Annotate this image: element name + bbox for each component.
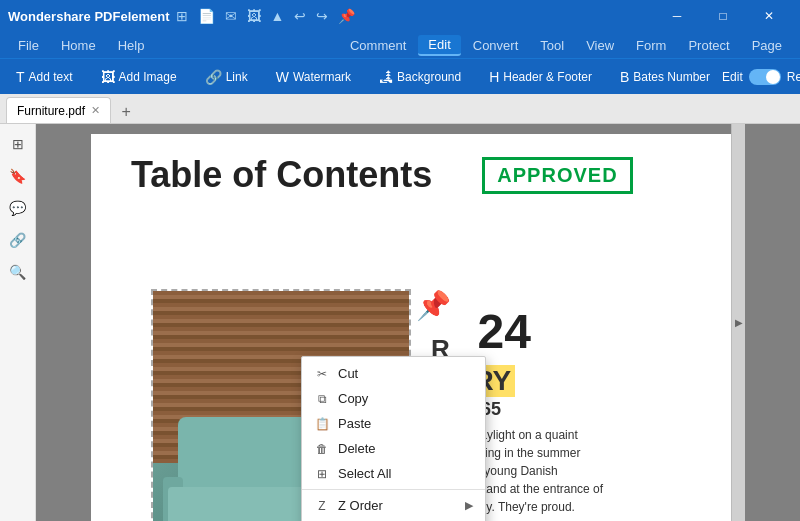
add-image-button[interactable]: 🖼 Add Image	[93, 65, 185, 89]
ctx-select-all[interactable]: ⊞ Select All	[302, 461, 485, 486]
add-text-icon: T	[16, 69, 25, 85]
menu-home[interactable]: Home	[51, 36, 106, 55]
add-image-label: Add Image	[119, 70, 177, 84]
tab-furniture-pdf[interactable]: Furniture.pdf ✕	[6, 97, 111, 123]
menu-page[interactable]: Page	[742, 36, 792, 55]
new-tab-button[interactable]: +	[115, 101, 137, 123]
envelope-icon[interactable]: ✉	[225, 8, 237, 24]
copy-icon: ⧉	[314, 392, 330, 406]
add-text-label: Add text	[29, 70, 73, 84]
header-footer-icon: H	[489, 69, 499, 85]
title-bar-left: Wondershare PDFelement ⊞ 📄 ✉ 🖼 ▲ ↩ ↪ 📌	[8, 8, 355, 24]
menu-tool[interactable]: Tool	[530, 36, 574, 55]
toolbar-right: Edit Read ?	[722, 64, 800, 90]
ctx-z-order-label: Z Order	[338, 498, 457, 513]
title-bar: Wondershare PDFelement ⊞ 📄 ✉ 🖼 ▲ ↩ ↪ 📌 ─…	[0, 0, 800, 32]
pushpin-icon: 📌	[416, 289, 451, 322]
minimize-button[interactable]: ─	[654, 0, 700, 32]
file-icon[interactable]: 📄	[198, 8, 215, 24]
paste-icon: 📋	[314, 417, 330, 431]
ctx-paste[interactable]: 📋 Paste	[302, 411, 485, 436]
approved-stamp: APPROVED	[482, 157, 632, 194]
z-order-icon: Z	[314, 499, 330, 513]
pin-icon[interactable]: 📌	[338, 8, 355, 24]
sidebar-comments-icon[interactable]: 💬	[6, 196, 30, 220]
left-sidebar: ⊞ 🔖 💬 🔗 🔍	[0, 124, 36, 521]
menu-bar: File Home Help Comment Edit Convert Tool…	[0, 32, 800, 58]
menu-comment[interactable]: Comment	[340, 36, 416, 55]
bates-number-icon: B	[620, 69, 629, 85]
sidebar-attachments-icon[interactable]: 🔗	[6, 228, 30, 252]
background-icon: 🏞	[379, 69, 393, 85]
ctx-paste-label: Paste	[338, 416, 473, 431]
z-order-arrow-icon: ▶	[465, 499, 473, 512]
cut-icon: ✂	[314, 367, 330, 381]
delete-icon: 🗑	[314, 442, 330, 456]
context-menu: ✂ Cut ⧉ Copy 📋 Paste 🗑 Delete ⊞ Sele	[301, 356, 486, 521]
header-footer-label: Header & Footer	[503, 70, 592, 84]
window-controls: ─ □ ✕	[654, 0, 792, 32]
sidebar-bookmarks-icon[interactable]: 🔖	[6, 164, 30, 188]
menu-form[interactable]: Form	[626, 36, 676, 55]
toggle-knob	[766, 70, 780, 84]
menu-edit[interactable]: Edit	[418, 35, 460, 56]
title-bar-icons: ⊞ 📄 ✉ 🖼 ▲ ↩ ↪ 📌	[176, 8, 356, 24]
watermark-label: Watermark	[293, 70, 351, 84]
grid-icon[interactable]: ⊞	[176, 8, 188, 24]
upload-icon[interactable]: ▲	[271, 8, 285, 24]
app-logo: Wondershare PDFelement	[8, 9, 170, 24]
read-label: Read	[787, 70, 800, 84]
menu-file[interactable]: File	[8, 36, 49, 55]
sidebar-pages-icon[interactable]: ⊞	[6, 132, 30, 156]
menu-protect[interactable]: Protect	[678, 36, 739, 55]
link-label: Link	[226, 70, 248, 84]
tab-bar: Furniture.pdf ✕ +	[0, 94, 800, 124]
redo-icon[interactable]: ↪	[316, 8, 328, 24]
right-panel-collapse-button[interactable]: ▶	[731, 124, 745, 521]
toolbar: T Add text 🖼 Add Image 🔗 Link W Watermar…	[0, 58, 800, 94]
link-icon: 🔗	[205, 69, 222, 85]
ctx-separator-1	[302, 489, 485, 490]
image-icon[interactable]: 🖼	[247, 8, 261, 24]
background-label: Background	[397, 70, 461, 84]
add-image-icon: 🖼	[101, 69, 115, 85]
main-area: ⊞ 🔖 💬 🔗 🔍 Table of Contents APPROVED 📌 2…	[0, 124, 800, 521]
ctx-delete[interactable]: 🗑 Delete	[302, 436, 485, 461]
menu-help[interactable]: Help	[108, 36, 155, 55]
edit-toggle-group: Edit Read	[722, 69, 800, 85]
header-footer-button[interactable]: H Header & Footer	[481, 65, 600, 89]
ctx-cut[interactable]: ✂ Cut	[302, 361, 485, 386]
watermark-button[interactable]: W Watermark	[268, 65, 359, 89]
ctx-copy[interactable]: ⧉ Copy	[302, 386, 485, 411]
menu-view[interactable]: View	[576, 36, 624, 55]
maximize-button[interactable]: □	[700, 0, 746, 32]
ctx-select-all-label: Select All	[338, 466, 473, 481]
menu-convert[interactable]: Convert	[463, 36, 529, 55]
undo-icon[interactable]: ↩	[294, 8, 306, 24]
link-button[interactable]: 🔗 Link	[197, 65, 256, 89]
sidebar-search-icon[interactable]: 🔍	[6, 260, 30, 284]
bates-number-label: Bates Number	[633, 70, 710, 84]
ctx-cut-label: Cut	[338, 366, 473, 381]
pdf-title: Table of Contents	[131, 154, 432, 196]
close-button[interactable]: ✕	[746, 0, 792, 32]
edit-toggle-switch[interactable]	[749, 69, 781, 85]
pdf-area: Table of Contents APPROVED 📌 24	[36, 124, 800, 521]
select-all-icon: ⊞	[314, 467, 330, 481]
ctx-z-order[interactable]: Z Z Order ▶	[302, 493, 485, 518]
pdf-title-row: Table of Contents APPROVED	[131, 154, 691, 196]
add-text-button[interactable]: T Add text	[8, 65, 81, 89]
ctx-copy-label: Copy	[338, 391, 473, 406]
ctx-delete-label: Delete	[338, 441, 473, 456]
pdf-page: Table of Contents APPROVED 📌 24	[91, 134, 731, 521]
edit-label: Edit	[722, 70, 743, 84]
background-button[interactable]: 🏞 Background	[371, 65, 469, 89]
watermark-icon: W	[276, 69, 289, 85]
tab-close-button[interactable]: ✕	[91, 104, 100, 117]
tab-label: Furniture.pdf	[17, 104, 85, 118]
bates-number-button[interactable]: B Bates Number	[612, 65, 718, 89]
